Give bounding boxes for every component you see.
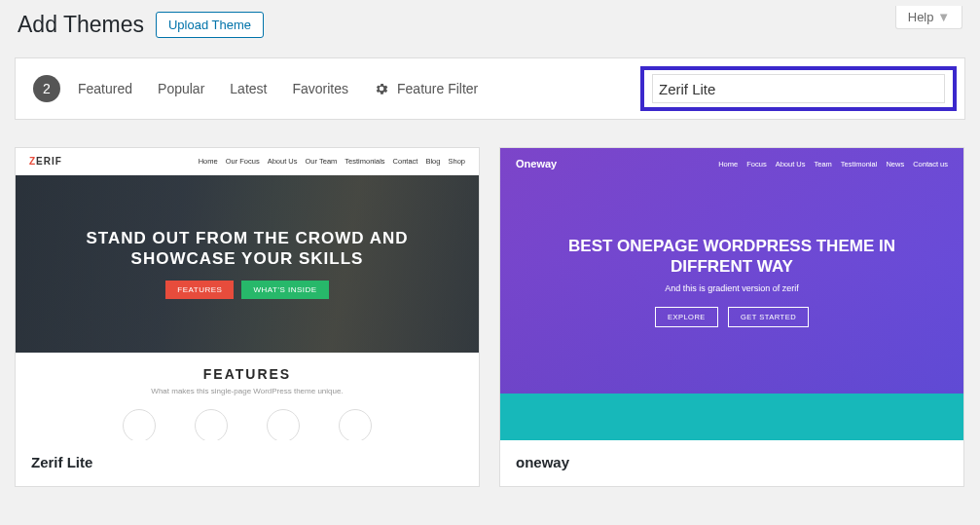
search-highlight-box: [640, 66, 957, 111]
feature-filter-button[interactable]: Feature Filter: [374, 81, 478, 96]
filter-featured[interactable]: Featured: [78, 81, 132, 96]
results-count-badge: 2: [33, 75, 60, 102]
preview-logo: Oneway: [516, 158, 557, 169]
filter-links: Featured Popular Latest Favorites: [78, 81, 348, 96]
preview-header: Oneway HomeFocusAbout UsTeamTestimonialN…: [500, 148, 963, 179]
theme-grid: ZERIF HomeOur FocusAbout UsOur TeamTesti…: [0, 120, 980, 499]
theme-card-zerif-lite[interactable]: ZERIF HomeOur FocusAbout UsOur TeamTesti…: [15, 147, 480, 487]
upload-theme-button[interactable]: Upload Theme: [156, 12, 264, 38]
theme-search-input[interactable]: [652, 74, 945, 103]
filter-favorites[interactable]: Favorites: [292, 81, 348, 96]
gear-icon: [374, 81, 389, 96]
preview-nav: HomeFocusAbout UsTeamTestimonialNewsCont…: [718, 160, 948, 169]
theme-card-oneway[interactable]: Oneway HomeFocusAbout UsTeamTestimonialN…: [499, 147, 964, 487]
filter-popular[interactable]: Popular: [158, 81, 204, 96]
preview-nav: HomeOur FocusAbout UsOur TeamTestimonial…: [199, 157, 465, 166]
preview-hero: STAND OUT FROM THE CROWD AND SHOWCASE YO…: [16, 175, 479, 353]
preview-hero: Oneway HomeFocusAbout UsTeamTestimonialN…: [500, 148, 963, 394]
preview-logo: ZERIF: [29, 156, 62, 167]
preview-footer-band: [500, 394, 963, 440]
help-label: Help: [908, 10, 934, 24]
filter-latest[interactable]: Latest: [230, 81, 267, 96]
feature-filter-label: Feature Filter: [397, 81, 478, 96]
theme-thumbnail: ZERIF HomeOur FocusAbout UsOur TeamTesti…: [16, 148, 479, 440]
filter-bar: 2 Featured Popular Latest Favorites Feat…: [15, 57, 965, 120]
preview-header: ZERIF HomeOur FocusAbout UsOur TeamTesti…: [16, 148, 479, 175]
theme-thumbnail: Oneway HomeFocusAbout UsTeamTestimonialN…: [500, 148, 963, 440]
page-title: Add Themes: [18, 12, 144, 38]
help-tab[interactable]: Help ▼: [895, 6, 962, 29]
theme-name: oneway: [500, 440, 963, 486]
preview-features: FEATURES What makes this single-page Wor…: [16, 353, 479, 440]
chevron-down-icon: ▼: [937, 10, 950, 24]
theme-name: Zerif Lite: [16, 440, 479, 486]
